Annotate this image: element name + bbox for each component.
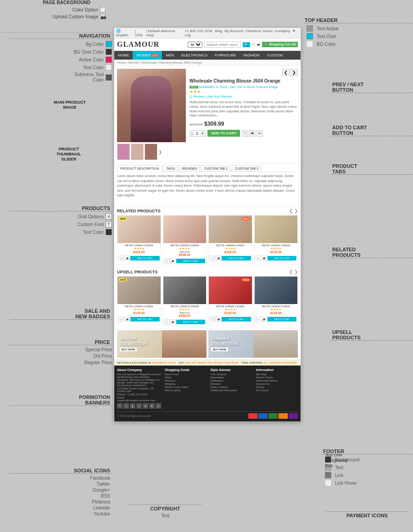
nav-custom[interactable]: CUSTOM — [263, 51, 286, 60]
wishlist-action-icon[interactable]: ♡ — [242, 130, 248, 137]
social-fb-icon[interactable]: f — [117, 403, 123, 409]
upsell-wishlist-4[interactable]: ♡ — [256, 316, 261, 322]
card-atc-2[interactable]: ADD TO CART — [176, 259, 206, 263]
footer-orders[interactable]: Orders — [256, 386, 298, 388]
upsell-atc-2[interactable]: ADD TO CART — [176, 320, 206, 324]
submenu-text-color-swatch[interactable] — [106, 74, 112, 81]
grid-options-badge[interactable]: 4 — [106, 213, 112, 220]
footer-search-terms[interactable]: Search Terms — [256, 376, 298, 379]
nav-men[interactable]: MEN — [162, 51, 178, 60]
card-wishlist-4[interactable]: ♡ — [256, 255, 261, 261]
prev-button[interactable]: ❮ — [282, 69, 290, 76]
tab-custom-2[interactable]: CUSTOM TAB 2 — [232, 165, 262, 172]
social-li-icon[interactable]: in — [149, 403, 155, 409]
search-button[interactable]: 🔍 — [243, 42, 250, 47]
footer-faqs[interactable]: FAQs — [165, 376, 206, 379]
upsell-atc-4[interactable]: ADD TO CART — [268, 317, 297, 321]
nav-women[interactable]: WOMEN HOT — [133, 51, 162, 60]
thumb-2[interactable] — [131, 144, 144, 160]
card-wishlist-2[interactable]: ♡ — [164, 258, 170, 264]
thumb-3[interactable] — [145, 144, 157, 160]
card-compare-3[interactable]: ⇄ — [216, 255, 221, 261]
upsell-compare-1[interactable]: ⇄ — [124, 316, 130, 322]
share-action-icon[interactable]: ↩ — [257, 130, 263, 137]
card-wishlist-3[interactable]: ♡ — [210, 255, 215, 261]
search-input[interactable] — [204, 42, 241, 48]
thumb-1[interactable] — [117, 144, 130, 160]
social-yt-icon[interactable]: y — [156, 403, 161, 409]
tab-product-description[interactable]: PRODUCT DESCRIPTION — [117, 165, 162, 172]
thumb-nav-right[interactable]: ❯ — [158, 150, 162, 155]
footer-advanced-search[interactable]: Advanced Search — [256, 379, 298, 382]
bg-color-row: Bg Color — [9, 41, 112, 47]
nav-home[interactable]: HOME — [114, 51, 133, 60]
footer-link-hover-swatch[interactable] — [325, 480, 331, 486]
social-gp-icon[interactable]: g — [130, 403, 135, 409]
footer-contact-us[interactable]: Contact Us — [256, 382, 298, 385]
promo-summer-btn[interactable]: BUY NOW — [211, 348, 228, 351]
text-color-swatch[interactable] — [106, 64, 112, 71]
card-compare-2[interactable]: ⇄ — [170, 258, 176, 264]
nav-electronics[interactable]: ELECTRONICS — [178, 51, 211, 60]
footer-shipping[interactable]: Shipping — [165, 382, 206, 385]
footer-additional-info[interactable]: Additional Information — [210, 389, 252, 392]
social-rss-icon[interactable]: r — [136, 403, 142, 409]
social-pin-icon[interactable]: p — [143, 403, 148, 409]
social-tw-icon[interactable]: t — [123, 403, 129, 409]
footer-site-map[interactable]: Site Map — [256, 373, 298, 376]
custom-font-badge[interactable]: T — [106, 221, 112, 227]
compare-icon[interactable]: ⇄ — [257, 43, 260, 47]
nav-fashion[interactable]: FASHION — [240, 51, 263, 60]
bg-color-th-swatch[interactable] — [307, 41, 313, 47]
products-text-color-swatch[interactable] — [106, 229, 112, 235]
upsell-compare-4[interactable]: ⇄ — [262, 316, 267, 322]
text-active-swatch[interactable] — [307, 25, 313, 32]
upsell-compare-3[interactable]: ⇄ — [216, 316, 221, 322]
footer-information[interactable]: Information — [210, 376, 252, 379]
card-atc-4[interactable]: ADD TO CART — [268, 256, 297, 260]
cart-btn[interactable]: 🛒 Shopping Cart (0) — [262, 42, 298, 47]
text-over-swatch[interactable] — [307, 33, 313, 39]
footer-order-status[interactable]: Where is my order? — [165, 386, 206, 388]
search-select[interactable]: All — [188, 42, 202, 48]
card-atc-3[interactable]: ADD TO CART — [222, 256, 251, 260]
card-compare-4[interactable]: ⇄ — [262, 255, 267, 261]
footer-return-policy[interactable]: Return policy — [165, 389, 206, 392]
upsell-wishlist-3[interactable]: ♡ — [210, 316, 215, 322]
color-option-checkbox[interactable] — [100, 7, 106, 12]
upsell-wishlist-1[interactable]: ♡ — [118, 316, 124, 322]
bg-color-swatch[interactable] — [106, 41, 112, 47]
upsell-atc-3[interactable]: ADD TO CART — [222, 317, 251, 321]
promo-winter-btn[interactable]: BUY NOW — [120, 348, 137, 351]
bg-over-color-swatch[interactable] — [106, 49, 112, 55]
qty-increase[interactable]: + — [200, 131, 205, 136]
card-compare-1[interactable]: ⇄ — [124, 255, 130, 261]
tab-tags[interactable]: TAGS — [163, 165, 178, 172]
upsell-compare-2[interactable]: ⇄ — [170, 319, 176, 325]
upsell-wishlist-2[interactable]: ♡ — [164, 319, 170, 325]
active-color-swatch[interactable] — [106, 56, 112, 63]
footer-our-stores[interactable]: Our stores — [256, 389, 298, 392]
tab-reviews[interactable]: REVIEWS — [179, 165, 200, 172]
topbar-welcome: | Default welcome msg! — [146, 29, 183, 37]
upsell-nav-arrows[interactable]: ❮ ❯ — [289, 269, 298, 274]
next-button[interactable]: ❯ — [290, 69, 298, 76]
nav-furniture[interactable]: FURNITURE — [211, 51, 240, 60]
footer-your-account[interactable]: Your Account — [210, 373, 252, 376]
footer-payment[interactable]: Payment — [165, 379, 206, 382]
qty-decrease[interactable]: - — [190, 131, 194, 136]
tab-custom-1[interactable]: CUSTOM TAB 1 — [201, 165, 231, 172]
wishlist-icon[interactable]: ♡ — [252, 43, 255, 47]
footer-link-swatch[interactable] — [325, 472, 331, 478]
footer-how-to-buy[interactable]: How to buy — [165, 373, 206, 376]
card-atc-1[interactable]: ADD TO CART — [130, 256, 160, 260]
footer-discover[interactable]: Discover — [210, 382, 252, 385]
footer-addresses[interactable]: Addresses — [210, 379, 252, 382]
compare-action-icon[interactable]: ⇄ — [249, 130, 256, 137]
add-to-cart-button[interactable]: ADD TO CART — [207, 130, 240, 137]
upload-image-checkbox[interactable]: 📷 — [100, 14, 106, 19]
related-nav-arrows[interactable]: ❮ ❯ — [289, 208, 298, 213]
footer-orders-history[interactable]: Orders History — [210, 386, 252, 388]
upsell-atc-1[interactable]: ADD TO CART — [130, 317, 160, 321]
card-wishlist-1[interactable]: ♡ — [118, 255, 124, 261]
